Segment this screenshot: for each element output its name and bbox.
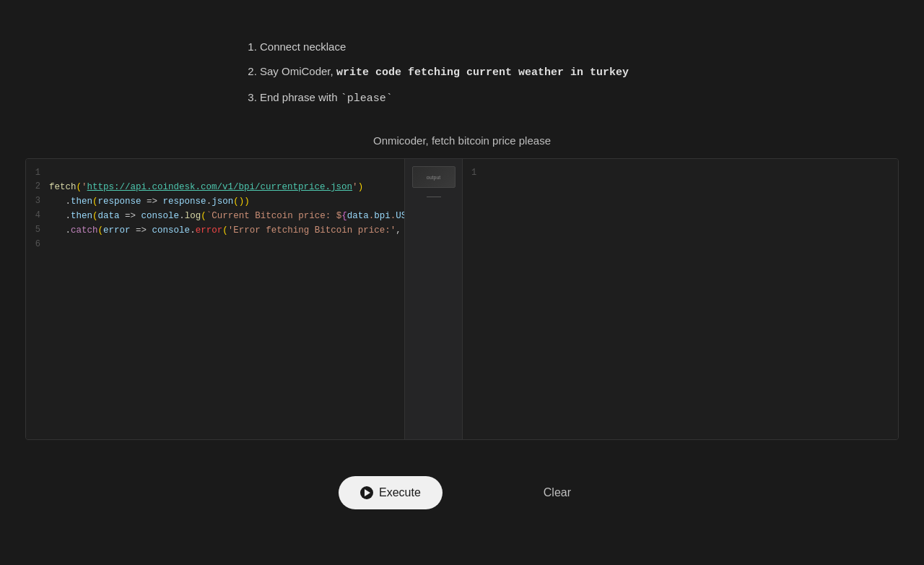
line-num-5: 5 bbox=[26, 223, 49, 237]
line-num-1: 1 bbox=[26, 166, 49, 180]
instruction-text-1: Connect necklace bbox=[260, 40, 346, 53]
result-panel: 1 bbox=[463, 159, 898, 439]
editor-container: 1 2 fetch('https://api.coindesk.com/v1/b… bbox=[25, 158, 899, 440]
result-line-1: 1 bbox=[471, 166, 889, 180]
output-thumbnail: output bbox=[412, 166, 456, 188]
code-line-3: 3 .then(response => response.json()) bbox=[26, 194, 404, 209]
code-line-6: 6 bbox=[26, 238, 404, 251]
instruction-text-3a: End phrase with bbox=[260, 91, 341, 103]
execute-icon bbox=[360, 486, 373, 499]
output-panel: output bbox=[405, 159, 463, 439]
result-line-num-1: 1 bbox=[471, 166, 492, 180]
instruction-item-1: Connect necklace bbox=[260, 36, 679, 58]
execute-button[interactable]: Execute bbox=[339, 476, 443, 509]
instruction-code-2: write code fetching current weather in t… bbox=[336, 66, 629, 79]
clear-label: Clear bbox=[544, 486, 571, 499]
clear-button[interactable]: Clear bbox=[529, 476, 585, 509]
code-line-5: 5 .catch(error => console.error('Error f… bbox=[26, 223, 404, 238]
line-num-3: 3 bbox=[26, 194, 49, 208]
line-num-6: 6 bbox=[26, 238, 49, 251]
code-line-4: 4 .then(data => console.log(`Current Bit… bbox=[26, 209, 404, 223]
prompt-text: Onmicoder, fetch bitcoin price please bbox=[373, 134, 551, 147]
instruction-code-3: `please` bbox=[341, 92, 393, 105]
code-panel: 1 2 fetch('https://api.coindesk.com/v1/b… bbox=[26, 159, 405, 439]
code-line-2: 2 fetch('https://api.coindesk.com/v1/bpi… bbox=[26, 180, 404, 194]
instruction-text-2a: Say OmiCoder, bbox=[260, 65, 336, 77]
prompt-display: Onmicoder, fetch bitcoin price please bbox=[373, 134, 551, 147]
bottom-bar: Execute Clear bbox=[339, 476, 585, 509]
line-num-2: 2 bbox=[26, 180, 49, 194]
instructions-section: Connect necklace Say OmiCoder, write cod… bbox=[245, 36, 679, 113]
instruction-item-3: End phrase with `please` bbox=[260, 87, 679, 110]
code-line-1: 1 bbox=[26, 166, 404, 180]
execute-label: Execute bbox=[379, 486, 421, 499]
output-divider bbox=[427, 197, 441, 197]
instruction-item-2: Say OmiCoder, write code fetching curren… bbox=[260, 61, 679, 84]
line-num-4: 4 bbox=[26, 209, 49, 223]
